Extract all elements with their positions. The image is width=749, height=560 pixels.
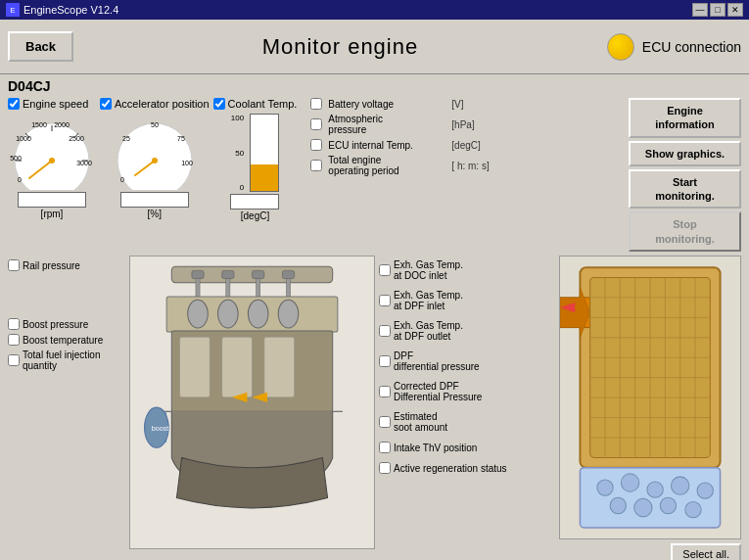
svg-rect-39: [222, 337, 253, 397]
main-content: D04CJ Engine speed 0 500 1000 1500 2000 …: [0, 74, 749, 553]
dpf-diff-label: DPFdifferential pressure: [394, 350, 480, 372]
exh-dpf-out-row: Exh. Gas Temp.at DPF outlet: [379, 320, 555, 342]
close-button[interactable]: ✕: [727, 3, 743, 17]
battery-voltage-checkbox[interactable]: [310, 98, 322, 110]
engine-speed-checkbox-row: Engine speed: [8, 98, 88, 110]
regen-checkbox[interactable]: [379, 462, 391, 474]
fuel-injection-checkbox[interactable]: [8, 354, 20, 366]
stop-monitoring-button[interactable]: Stopmonitoring.: [629, 211, 741, 252]
soot-row: Estimatedsoot amount: [379, 411, 555, 433]
coolant-unit: [degC]: [241, 210, 269, 221]
svg-text:0: 0: [18, 176, 22, 183]
boost-pressure-checkbox[interactable]: [8, 318, 20, 330]
soot-checkbox[interactable]: [379, 416, 391, 428]
svg-text:50: 50: [151, 121, 159, 128]
svg-rect-28: [196, 279, 200, 300]
right-lower-inner: Exh. Gas Temp.at DOC inlet Exh. Gas Temp…: [379, 256, 741, 560]
dpf-graphic: [559, 256, 741, 539]
select-all-button[interactable]: Select all.: [671, 543, 741, 560]
exh-dpf-out-checkbox[interactable]: [379, 325, 391, 337]
exh-doc-label: Exh. Gas Temp.at DOC inlet: [394, 259, 463, 281]
svg-point-35: [248, 300, 268, 328]
rail-pressure-row: Rail pressure: [8, 259, 125, 271]
soot-label: Estimatedsoot amount: [394, 411, 447, 433]
ecu-internal-temp-unit: [degC]: [451, 140, 491, 151]
svg-point-36: [278, 300, 299, 328]
svg-point-72: [671, 477, 688, 494]
thv-checkbox[interactable]: [379, 442, 391, 453]
start-monitoring-button[interactable]: Startmonitoring.: [629, 169, 741, 210]
page-title: Monitor engine: [73, 34, 607, 60]
dpf-area: Select all. Cancel select all.: [559, 256, 741, 560]
rail-pressure-checkbox[interactable]: [8, 259, 20, 271]
svg-text:0: 0: [120, 176, 124, 183]
battery-voltage-unit: [V]: [451, 99, 491, 110]
back-button[interactable]: Back: [8, 31, 73, 62]
thv-label: Intake ThV position: [394, 443, 477, 453]
operating-period-label: Total engineoperating period: [328, 155, 445, 176]
dpf-diff-checkbox[interactable]: [379, 355, 391, 367]
ecu-connection: ECU connection: [607, 33, 741, 61]
svg-rect-40: [264, 337, 295, 397]
exh-doc-checkbox[interactable]: [379, 264, 391, 276]
dpf-diff-row: DPFdifferential pressure: [379, 350, 555, 372]
boost-temp-row: Boost temperature: [8, 334, 125, 346]
regen-label: Active regeneration status: [394, 463, 507, 474]
maximize-button[interactable]: □: [710, 3, 726, 17]
right-panel: Exh. Gas Temp.at DOC inlet Exh. Gas Temp…: [379, 256, 555, 560]
atmospheric-pressure-checkbox[interactable]: [310, 118, 322, 130]
engine-information-button[interactable]: Engineinformation: [629, 98, 741, 138]
operating-period-checkbox[interactable]: [310, 160, 322, 171]
title-bar: E EngineScope V12.4 — □ ✕: [0, 0, 749, 20]
svg-point-77: [685, 501, 701, 517]
svg-rect-24: [192, 270, 204, 278]
svg-text:100: 100: [181, 160, 193, 166]
coolant-bar-fill: [251, 164, 278, 191]
svg-point-34: [218, 300, 239, 328]
engine-speed-readout: [18, 192, 86, 208]
operating-period-unit: [ h: m: s]: [451, 161, 491, 171]
top-section: Engine speed 0 500 1000 1500 2000 2500 3…: [8, 98, 741, 252]
operating-period-row: Total engineoperating period [ h: m: s]: [310, 155, 625, 176]
svg-text:2000: 2000: [54, 121, 70, 128]
window-controls: — □ ✕: [692, 3, 743, 17]
svg-point-73: [697, 483, 713, 498]
accelerator-gauge-svg: 0 25 50 75 100: [111, 112, 199, 190]
svg-point-74: [610, 497, 626, 513]
corrected-dpf-checkbox[interactable]: [379, 386, 391, 397]
accelerator-checkbox[interactable]: [100, 98, 112, 110]
svg-rect-31: [286, 279, 290, 300]
svg-point-75: [634, 498, 652, 516]
accelerator-gauge-block: Accelerator position 0 25 50 75 100 [%]: [100, 98, 210, 219]
boost-pressure-label: Boost pressure: [23, 319, 88, 330]
accelerator-readout: [120, 192, 189, 208]
engine-speed-label: Engine speed: [23, 98, 88, 110]
corrected-dpf-row: Corrected DPFDifferential Pressure: [379, 381, 555, 402]
fuel-injection-label: Total fuel injection quantity: [23, 350, 125, 371]
coolant-checkbox[interactable]: [213, 98, 225, 110]
svg-rect-25: [222, 270, 234, 278]
engine-speed-unit: [rpm]: [41, 209, 64, 219]
exh-dpf-in-label: Exh. Gas Temp.at DPF inlet: [394, 290, 463, 311]
show-graphics-button[interactable]: Show graphics.: [629, 141, 741, 166]
exh-dpf-in-checkbox[interactable]: [379, 295, 391, 306]
engine-speed-checkbox[interactable]: [8, 98, 20, 110]
boost-temp-checkbox[interactable]: [8, 334, 20, 346]
exh-doc-row: Exh. Gas Temp.at DOC inlet: [379, 259, 555, 281]
model-label: D04CJ: [8, 78, 741, 94]
fuel-injection-row: Total fuel injection quantity: [8, 350, 125, 371]
bottom-buttons: Select all. Cancel select all.: [559, 543, 741, 560]
svg-point-71: [647, 482, 663, 497]
svg-text:75: 75: [177, 135, 185, 142]
svg-point-76: [660, 497, 676, 513]
ecu-internal-temp-checkbox[interactable]: [310, 139, 322, 151]
svg-text:boost: boost: [152, 424, 169, 433]
svg-point-70: [621, 474, 638, 491]
svg-point-14: [49, 158, 55, 163]
engine-speed-gauge-block: Engine speed 0 500 1000 1500 2000 2500 3…: [8, 98, 96, 219]
atmospheric-pressure-row: Atmosphericpressure [hPa]: [310, 114, 625, 135]
boost-pressure-row: Boost pressure: [8, 318, 125, 330]
coolant-scale: 100 50 0: [231, 114, 246, 192]
minimize-button[interactable]: —: [692, 3, 708, 17]
lower-section: Rail pressure Boost pressure Boost tempe…: [8, 256, 741, 549]
